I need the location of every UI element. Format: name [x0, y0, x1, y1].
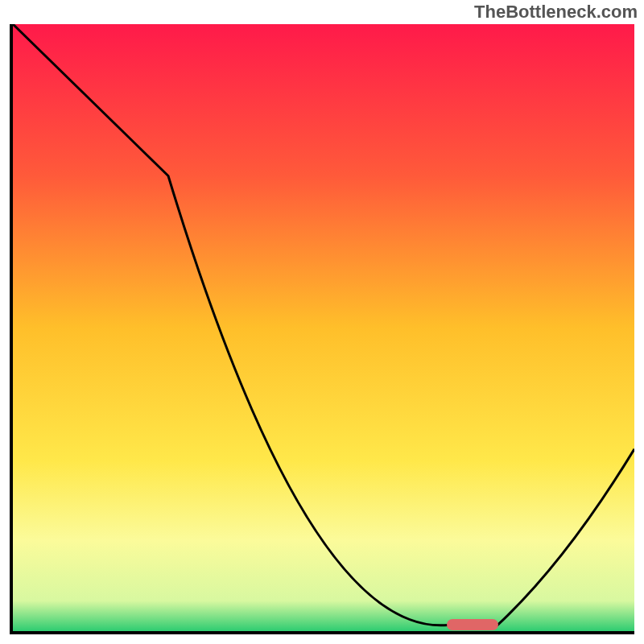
chart-plot-area — [10, 24, 634, 634]
optimal-marker — [447, 619, 498, 630]
bottleneck-curve — [13, 24, 634, 631]
watermark-text: TheBottleneck.com — [474, 2, 638, 23]
